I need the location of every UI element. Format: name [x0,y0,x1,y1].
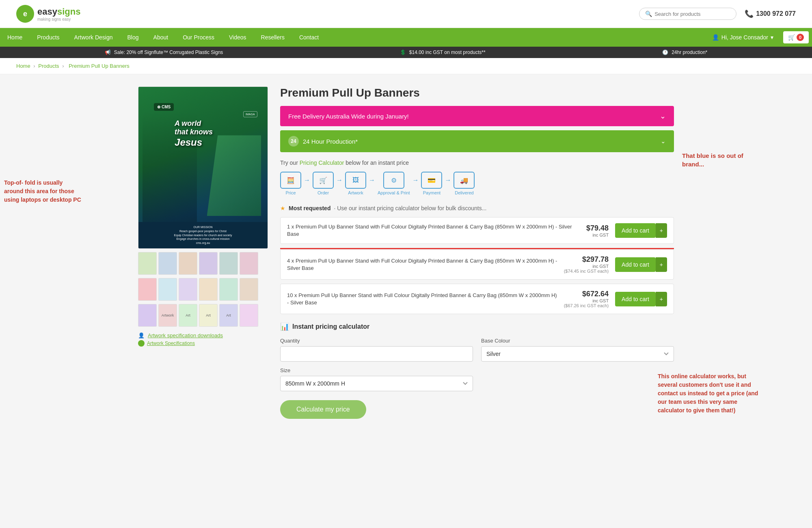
nav-products[interactable]: Products [30,28,67,46]
add-cart-1[interactable]: Add to cart [615,223,656,238]
delivery-icon: 24 [288,136,299,147]
thumb-14[interactable]: Artwork [158,304,177,327]
instant-pricing-title: 📊 Instant pricing calculator [280,322,674,331]
size-select[interactable]: 850mm W x 2000mm H [280,376,473,391]
step-delivered-icon: 🚚 [454,172,475,189]
nav-home[interactable]: Home [0,28,30,46]
search-bar[interactable]: 🔍 [639,8,736,20]
thumb-row-3: Artwork Art Art Art [138,304,268,327]
sale-icon-3: 🕐 [662,50,668,55]
step-approval: ⚙ Approval & Print [378,172,410,195]
thumb-17[interactable]: Art [219,304,238,327]
person-icon: 👤 [138,332,145,338]
nav-our-process[interactable]: Our Process [175,28,222,46]
product-row-3-price: $672.64 inc GST ($67.26 inc GST each) [564,290,609,308]
nav-blog[interactable]: Blog [120,28,146,46]
size-group: Size 850mm W x 2000mm H [280,367,473,391]
annotation-bottom: This online calculator works, but severa… [658,372,763,415]
thumb-row-1 [138,252,268,275]
pricing-calculator-link[interactable]: Pricing Calculator [300,159,344,166]
form-spacer [481,367,674,391]
phone-display: 📞 1300 972 077 [745,9,796,18]
add-to-cart-btn-1[interactable]: Add to cart + [615,223,667,238]
add-cart-3-plus[interactable]: + [656,292,667,306]
thumb-6[interactable] [240,252,258,275]
main-content: ⊕ CMS A worldthat knowsJesus OUR MISSION… [122,74,690,431]
add-to-cart-btn-2[interactable]: Add to cart + [615,257,667,272]
sale-icon-2: 💲 [400,50,406,55]
thumb-4[interactable] [199,252,218,275]
thumb-row-2 [138,278,268,301]
star-icon: ★ [280,205,285,211]
quantity-label: Quantity [280,338,473,344]
product-row-2: 4 x Premium Pull Up Banner Stand with Fu… [280,249,674,280]
step-delivered: 🚚 Delivered [454,172,475,195]
quantity-input[interactable] [280,346,473,362]
logo[interactable]: e easysigns making signs easy [16,5,80,23]
thumb-13[interactable] [138,304,157,327]
breadcrumb-products[interactable]: Products [38,63,59,69]
breadcrumb-sep-1: › [33,63,37,69]
product-row-2-price: $297.78 inc GST ($74.45 inc GST each) [564,255,609,274]
thumb-10[interactable] [199,278,218,301]
sale-item-2: 💲 $14.00 inc GST on most products** [400,50,486,55]
product-row-1-desc: 1 x Premium Pull Up Banner Stand with Fu… [287,223,580,238]
annotation-left: Top-of- fold is usually around this area… [4,179,81,204]
nav-artwork-design[interactable]: Artwork Design [67,28,120,46]
thumb-15[interactable]: Art [179,304,197,327]
base-colour-select[interactable]: Silver [481,346,674,362]
add-cart-3[interactable]: Add to cart [615,292,656,306]
add-cart-2[interactable]: Add to cart [615,257,656,272]
step-approval-label: Approval & Print [378,190,410,195]
product-row-3: 10 x Premium Pull Up Banner Stand with F… [280,284,674,314]
step-payment-icon: 💳 [421,172,442,189]
sale-bar: 📢 Sale: 20% off Signflute™ Corrugated Pl… [0,47,812,58]
product-row-1-price: $79.48 inc GST [586,224,609,237]
fold-line [280,248,674,249]
promo-bar[interactable]: Free Delivery Australia Wide during Janu… [280,106,674,126]
step-approval-icon: ⚙ [383,172,404,189]
nav-resellers[interactable]: Resellers [254,28,292,46]
thumb-5[interactable] [219,252,238,275]
thumb-18[interactable] [240,304,258,327]
thumb-7[interactable] [138,278,157,301]
artwork-link[interactable]: Artwork Specifications [138,340,268,347]
calculate-btn[interactable]: Calculate my price [280,400,366,419]
search-input[interactable] [654,11,730,17]
thumb-2[interactable] [158,252,177,275]
logo-text: easysigns [37,6,80,17]
thumb-12[interactable] [240,278,258,301]
artwork-spec-section[interactable]: 👤 Artwork specification downloads [138,332,268,338]
thumb-11[interactable] [219,278,238,301]
step-price-icon: 🧮 [280,172,301,189]
main-product-image[interactable]: ⊕ CMS A worldthat knowsJesus OUR MISSION… [138,86,268,249]
step-artwork-icon: 🖼 [345,172,366,189]
nav-contact[interactable]: Contact [292,28,326,46]
add-cart-1-plus[interactable]: + [656,223,667,238]
delivery-bar[interactable]: 24 24 Hour Production* ⌄ [280,130,674,152]
thumb-8[interactable] [158,278,177,301]
instant-pricing: 📊 Instant pricing calculator Quantity Ba… [280,322,674,419]
add-to-cart-btn-3[interactable]: Add to cart + [615,292,667,306]
step-arrow-1: → [304,177,310,190]
calc-icon: 📊 [280,322,289,331]
cart-badge: 0 [797,34,804,41]
user-menu[interactable]: 👤 Hi, Jose Consador ▾ [706,28,780,46]
nav-videos[interactable]: Videos [222,28,254,46]
main-nav: Home Products Artwork Design Blog About … [0,28,812,47]
thumb-1[interactable] [138,252,157,275]
thumb-3[interactable] [179,252,197,275]
thumb-9[interactable] [179,278,197,301]
product-row-1: 1 x Premium Pull Up Banner Stand with Fu… [280,217,674,244]
step-arrow-2: → [336,177,343,190]
delivery-chevron: ⌄ [661,138,666,145]
nav-about[interactable]: About [146,28,176,46]
add-cart-2-plus[interactable]: + [656,257,667,272]
cart-button[interactable]: 🛒 0 [783,31,809,43]
user-chevron: ▾ [771,34,773,41]
step-order-icon: 🛒 [313,172,334,189]
step-arrow-5: → [445,177,451,190]
quantity-group: Quantity [280,338,473,362]
thumb-16[interactable]: Art [199,304,218,327]
breadcrumb-home[interactable]: Home [16,63,30,69]
